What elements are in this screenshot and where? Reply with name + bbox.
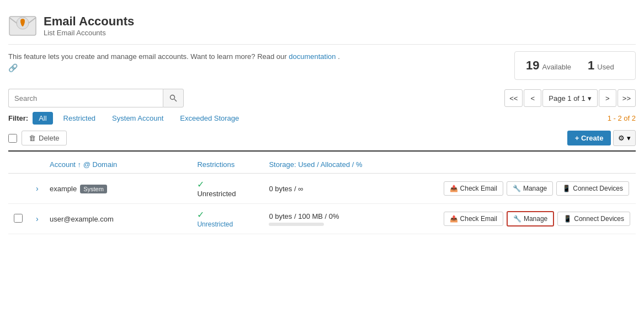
row-restrictions: ✓Unrestricted: [191, 204, 263, 234]
check-email-button[interactable]: 📤 Check Email: [444, 212, 503, 226]
col-expand-header: [30, 156, 44, 174]
email-accounts-table: Account ↑ @ Domain Restrictions Storage:…: [8, 156, 636, 234]
actions-row: 🗑 Delete + Create ⚙ ▾: [8, 130, 636, 152]
email-accounts-icon: [8, 11, 37, 40]
connect-devices-button[interactable]: 📱 Connect Devices: [556, 181, 629, 196]
page-label[interactable]: Page 1 of 1 ▾: [542, 89, 598, 107]
table-row: ›exampleSystem✓Unrestricted0 bytes / ∞📤 …: [8, 174, 636, 204]
manage-button[interactable]: 🔧 Manage: [507, 181, 553, 196]
actions-left: 🗑 Delete: [8, 131, 67, 145]
row-account: user@example.com: [44, 204, 191, 234]
col-account-header[interactable]: Account ↑ @ Domain: [44, 156, 191, 174]
filter-row: Filter: All Restricted System Account Ex…: [8, 112, 636, 125]
device-icon: 📱: [562, 185, 571, 192]
col-restrictions-header: Restrictions: [191, 156, 263, 174]
documentation-link[interactable]: documentation: [289, 52, 336, 61]
filter-restricted-button[interactable]: Restricted: [57, 112, 102, 125]
search-icon: [169, 94, 177, 102]
row-account: exampleSystem: [44, 174, 191, 204]
row-storage: 0 bytes / ∞: [263, 174, 438, 204]
connect-devices-button[interactable]: 📱 Connect Devices: [557, 212, 630, 226]
filter-label: Filter:: [8, 114, 28, 122]
storage-bar: [269, 223, 324, 226]
used-count: 1: [588, 58, 594, 73]
info-text: This feature lets you create and manage …: [8, 51, 340, 74]
page-title: Email Accounts: [44, 14, 134, 29]
row-actions: 📤 Check Email🔧 Manage📱 Connect Devices: [438, 204, 636, 234]
create-button[interactable]: + Create: [567, 131, 611, 145]
page-subtitle: List Email Accounts: [44, 29, 134, 37]
page-header: Email Accounts List Email Accounts: [8, 6, 636, 45]
pagination: << < Page 1 of 1 ▾ > >>: [504, 89, 636, 107]
col-actions-header: [438, 156, 636, 174]
row-expand-arrow[interactable]: ›: [36, 184, 39, 193]
row-expand-arrow[interactable]: ›: [36, 214, 39, 223]
svg-point-2: [20, 19, 25, 23]
wrench-icon: 🔧: [513, 185, 521, 192]
col-storage-header: Storage: Used / Allocated / %: [263, 156, 438, 174]
external-link-icon[interactable]: 🔗: [8, 63, 18, 72]
used-stat: 1 Used: [588, 58, 614, 73]
delete-button[interactable]: 🗑 Delete: [22, 131, 67, 145]
trash-icon: 🗑: [29, 134, 36, 142]
last-page-button[interactable]: >>: [618, 89, 636, 107]
table-row: ›user@example.com✓Unrestricted0 bytes / …: [8, 204, 636, 234]
first-page-button[interactable]: <<: [504, 89, 523, 107]
check-icon: ✓: [197, 180, 204, 189]
toolbar: << < Page 1 of 1 ▾ > >>: [8, 89, 636, 107]
used-label: Used: [597, 63, 614, 71]
page-info: 1 - 2 of 2: [608, 114, 636, 122]
email-icon: 📤: [450, 215, 458, 223]
next-page-button[interactable]: >: [599, 89, 616, 107]
row-restrictions: ✓Unrestricted: [191, 174, 263, 204]
device-icon: 📱: [563, 215, 572, 223]
select-all-checkbox[interactable]: [8, 134, 17, 143]
row-storage: 0 bytes / 100 MB / 0%: [263, 204, 438, 234]
svg-line-4: [174, 99, 177, 101]
filter-exceeded-storage-button[interactable]: Exceeded Storage: [174, 112, 245, 125]
search-area: [8, 89, 184, 107]
wrench-icon: 🔧: [513, 215, 521, 223]
stats-box: 19 Available 1 Used: [514, 51, 636, 80]
manage-button[interactable]: 🔧 Manage: [507, 211, 554, 226]
check-email-button[interactable]: 📤 Check Email: [444, 181, 503, 196]
row-actions: 📤 Check Email🔧 Manage📱 Connect Devices: [438, 174, 636, 204]
available-count: 19: [526, 58, 539, 73]
available-stat: 19 Available: [526, 58, 571, 73]
actions-right: + Create ⚙ ▾: [567, 130, 636, 146]
search-input[interactable]: [8, 89, 163, 107]
info-section: This feature lets you create and manage …: [8, 51, 636, 80]
table-header-row: Account ↑ @ Domain Restrictions Storage:…: [8, 156, 636, 174]
system-badge: System: [80, 185, 107, 193]
col-check-header: [8, 156, 30, 174]
email-icon: 📤: [450, 185, 458, 192]
search-button[interactable]: [163, 89, 184, 107]
available-label: Available: [542, 63, 571, 71]
filter-system-account-button[interactable]: System Account: [106, 112, 169, 125]
filter-area: Filter: All Restricted System Account Ex…: [8, 112, 245, 125]
svg-point-3: [171, 95, 175, 100]
settings-button[interactable]: ⚙ ▾: [613, 130, 636, 146]
check-icon: ✓: [197, 210, 204, 219]
filter-all-button[interactable]: All: [33, 112, 52, 125]
row-checkbox[interactable]: [14, 214, 23, 223]
prev-page-button[interactable]: <: [524, 89, 541, 107]
